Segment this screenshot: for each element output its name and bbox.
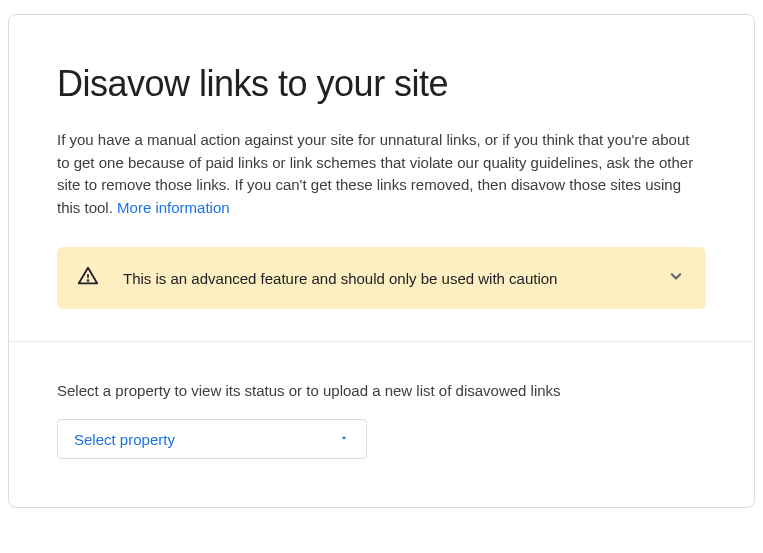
warning-icon bbox=[77, 265, 99, 291]
property-select-placeholder: Select property bbox=[74, 431, 175, 448]
dropdown-arrow-icon bbox=[338, 430, 350, 448]
property-select-dropdown[interactable]: Select property bbox=[57, 419, 367, 459]
property-select-label: Select a property to view its status or … bbox=[57, 382, 706, 399]
more-information-link[interactable]: More information bbox=[117, 199, 230, 216]
property-section: Select a property to view its status or … bbox=[9, 342, 754, 507]
disavow-card: Disavow links to your site If you have a… bbox=[8, 14, 755, 508]
description-text: If you have a manual action against your… bbox=[57, 129, 706, 219]
svg-point-1 bbox=[88, 280, 89, 281]
page-title: Disavow links to your site bbox=[57, 63, 706, 105]
header-section: Disavow links to your site If you have a… bbox=[9, 15, 754, 341]
warning-banner[interactable]: This is an advanced feature and should o… bbox=[57, 247, 706, 309]
chevron-down-icon bbox=[666, 266, 686, 290]
warning-text: This is an advanced feature and should o… bbox=[123, 270, 642, 287]
